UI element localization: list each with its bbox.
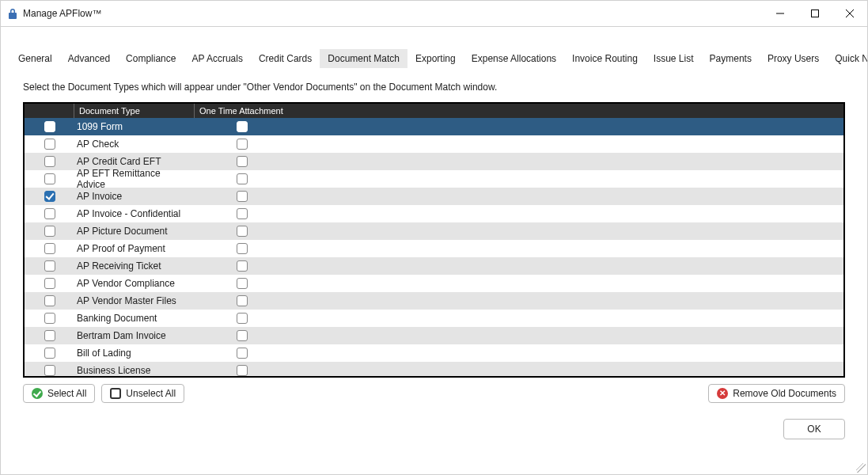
table-row[interactable]: AP Proof of Payment (25, 240, 843, 257)
one-time-checkbox[interactable] (237, 208, 248, 219)
table-row[interactable]: AP Vendor Compliance (25, 275, 843, 292)
tab-compliance[interactable]: Compliance (118, 49, 184, 68)
row-select-checkbox[interactable] (44, 348, 55, 359)
one-time-cell (194, 118, 289, 135)
row-select-checkbox[interactable] (44, 278, 55, 289)
row-select-cell (25, 344, 74, 362)
doc-type-cell: AP Invoice - Confidential (74, 205, 194, 222)
col-header-one-time[interactable]: One Time Attachment (194, 104, 289, 118)
one-time-checkbox[interactable] (237, 260, 248, 272)
unselect-all-label: Unselect All (126, 388, 176, 399)
table-row[interactable]: AP Invoice - Confidential (25, 205, 843, 222)
close-button[interactable] (832, 1, 867, 26)
tab-exporting[interactable]: Exporting (407, 49, 464, 68)
one-time-checkbox[interactable] (237, 330, 248, 341)
table-row[interactable]: Bertram Dam Invoice (25, 327, 843, 344)
row-select-cell (25, 188, 74, 205)
remove-old-button[interactable]: ✕ Remove Old Documents (708, 384, 845, 403)
one-time-cell (194, 240, 289, 257)
window-title: Manage APFlow™ (23, 8, 763, 19)
tab-issue-list[interactable]: Issue List (646, 49, 702, 68)
remove-old-label: Remove Old Documents (733, 388, 836, 399)
table-row[interactable]: AP Receiving Ticket (25, 257, 843, 275)
one-time-checkbox[interactable] (237, 243, 248, 254)
one-time-checkbox[interactable] (237, 348, 248, 359)
row-select-checkbox[interactable] (44, 139, 55, 150)
x-circle-icon: ✕ (717, 388, 728, 399)
table-row[interactable]: 1099 Form (25, 118, 843, 135)
one-time-checkbox[interactable] (237, 139, 248, 150)
table-row[interactable]: AP Vendor Master Files (25, 292, 843, 310)
row-select-checkbox[interactable] (44, 121, 55, 132)
row-select-checkbox[interactable] (44, 243, 55, 254)
minimize-button[interactable] (763, 1, 798, 26)
row-select-cell (25, 310, 74, 327)
tab-general[interactable]: General (10, 49, 60, 68)
one-time-cell (194, 222, 289, 240)
row-select-cell (25, 153, 74, 170)
one-time-cell (194, 310, 289, 327)
table-body[interactable]: 1099 FormAP CheckAP Credit Card EFTAP EF… (25, 118, 843, 376)
doc-type-cell: Business License (74, 362, 194, 376)
tab-quick-notes[interactable]: Quick Notes (827, 49, 867, 68)
row-select-checkbox[interactable] (44, 295, 55, 306)
maximize-button[interactable] (798, 1, 832, 26)
row-select-checkbox[interactable] (44, 365, 55, 376)
tab-proxy-users[interactable]: Proxy Users (760, 49, 827, 68)
unselect-all-button[interactable]: Unselect All (101, 384, 184, 403)
one-time-checkbox[interactable] (237, 173, 248, 184)
doc-type-cell: Bertram Dam Invoice (74, 327, 194, 344)
tab-document-match[interactable]: Document Match (320, 49, 407, 68)
one-time-cell (194, 205, 289, 222)
row-select-cell (25, 362, 74, 376)
resize-grip[interactable] (856, 463, 866, 473)
row-select-checkbox[interactable] (44, 313, 55, 324)
tab-expense-allocations[interactable]: Expense Allocations (464, 49, 564, 68)
doc-type-cell: Bill of Lading (74, 344, 194, 362)
one-time-checkbox[interactable] (237, 278, 248, 289)
tab-advanced[interactable]: Advanced (60, 49, 118, 68)
row-select-checkbox[interactable] (44, 191, 55, 202)
table-header: Document Type One Time Attachment (25, 104, 843, 118)
table-row[interactable]: AP Picture Document (25, 222, 843, 240)
one-time-checkbox[interactable] (237, 191, 248, 202)
row-select-checkbox[interactable] (44, 208, 55, 219)
table-row[interactable]: Business License (25, 362, 843, 376)
row-select-checkbox[interactable] (44, 330, 55, 341)
col-header-doc-type[interactable]: Document Type (74, 104, 194, 118)
one-time-checkbox[interactable] (237, 313, 248, 324)
one-time-checkbox[interactable] (237, 365, 248, 376)
select-all-label: Select All (47, 388, 86, 399)
one-time-cell (194, 344, 289, 362)
tab-credit-cards[interactable]: Credit Cards (251, 49, 320, 68)
table-row[interactable]: AP Invoice (25, 188, 843, 205)
tab-payments[interactable]: Payments (702, 49, 760, 68)
tab-bar: GeneralAdvancedComplianceAP AccrualsCred… (1, 49, 867, 69)
col-header-checkbox[interactable] (25, 104, 74, 118)
row-select-cell (25, 257, 74, 275)
one-time-checkbox[interactable] (237, 226, 248, 237)
table-row[interactable]: Banking Document (25, 310, 843, 327)
row-select-cell (25, 222, 74, 240)
one-time-checkbox[interactable] (237, 295, 248, 306)
row-select-checkbox[interactable] (44, 226, 55, 237)
row-select-checkbox[interactable] (44, 173, 55, 184)
table-row[interactable]: AP EFT Remittance Advice (25, 170, 843, 188)
table-row[interactable]: AP Check (25, 135, 843, 153)
tab-invoice-routing[interactable]: Invoice Routing (564, 49, 646, 68)
one-time-cell (194, 188, 289, 205)
row-select-checkbox[interactable] (44, 156, 55, 167)
one-time-cell (194, 362, 289, 376)
row-select-checkbox[interactable] (44, 260, 55, 272)
row-select-cell (25, 275, 74, 292)
one-time-checkbox[interactable] (237, 121, 248, 132)
select-all-button[interactable]: Select All (23, 384, 95, 403)
tab-ap-accruals[interactable]: AP Accruals (184, 49, 250, 68)
body: GeneralAdvancedComplianceAP AccrualsCred… (1, 27, 867, 474)
ok-button[interactable]: OK (783, 419, 845, 439)
lock-icon (7, 8, 18, 19)
row-select-cell (25, 205, 74, 222)
doc-type-cell: AP Vendor Master Files (74, 292, 194, 310)
table-row[interactable]: Bill of Lading (25, 344, 843, 362)
one-time-checkbox[interactable] (237, 156, 248, 167)
